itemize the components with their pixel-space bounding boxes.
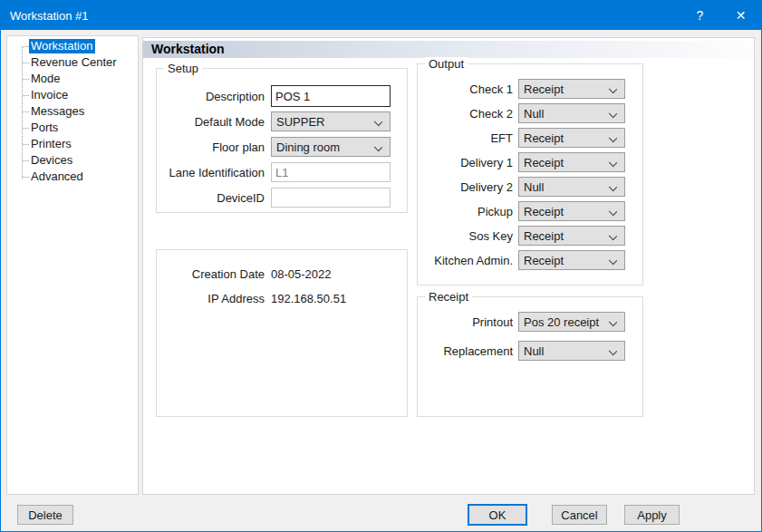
sidebar-item-ports[interactable]: Ports [7, 120, 138, 136]
workstation-dialog: Workstation #1 ? ✕ Workstation Revenue C… [0, 0, 762, 532]
replacement-label: Replacement [418, 344, 513, 358]
delivery-2-value: Null [524, 180, 544, 194]
chevron-down-icon [609, 159, 617, 167]
floor-plan-select[interactable]: Dining room [271, 137, 391, 157]
receipt-row-printout: Printout Pos 20 receipt [418, 312, 642, 332]
setup-row-default-mode: Default Mode SUPPER [157, 111, 407, 132]
setup-row-description: Description [157, 85, 407, 107]
chevron-down-icon [609, 134, 617, 142]
delivery-2-select[interactable]: Null [518, 177, 625, 197]
creation-date-row: Creation Date 08-05-2022 [157, 264, 407, 284]
kitchen-admin-select[interactable]: Receipt [518, 250, 625, 270]
creation-date-value: 08-05-2022 [271, 267, 332, 281]
delivery-1-label: Delivery 1 [418, 156, 513, 169]
output-group: Output Check 1 Receipt Check 2 Null EFT … [417, 63, 643, 285]
kitchen-admin-label: Kitchen Admin. [418, 254, 513, 267]
chevron-down-icon [374, 143, 382, 151]
sidebar-item-invoice[interactable]: Invoice [7, 87, 138, 103]
check-1-select[interactable]: Receipt [518, 79, 625, 99]
receipt-group: Receipt Printout Pos 20 receipt Replacem… [417, 296, 643, 417]
check-1-label: Check 1 [418, 82, 513, 96]
output-row-sos-key: Sos Key Receipt [418, 226, 642, 246]
sidebar-tree: Workstation Revenue Center Mode Invoice … [6, 35, 139, 495]
setup-group-title: Setup [164, 62, 202, 75]
close-icon[interactable]: ✕ [720, 1, 761, 30]
ip-address-label: IP Address [157, 292, 265, 305]
chevron-down-icon [609, 208, 617, 216]
default-mode-select[interactable]: SUPPER [271, 111, 391, 131]
sos-key-value: Receipt [524, 229, 564, 243]
deviceid-label: DeviceID [157, 191, 265, 205]
delivery-2-label: Delivery 2 [418, 180, 513, 194]
check-1-value: Receipt [524, 82, 564, 96]
pickup-value: Receipt [524, 205, 564, 218]
check-2-select[interactable]: Null [518, 103, 625, 123]
pickup-label: Pickup [418, 205, 513, 218]
replacement-value: Null [524, 344, 544, 358]
output-group-title: Output [425, 57, 468, 71]
ip-address-value: 192.168.50.51 [271, 292, 346, 305]
receipt-group-title: Receipt [425, 290, 472, 304]
replacement-select[interactable]: Null [518, 341, 625, 361]
lane-identification-label: Lane Identification [157, 166, 265, 179]
apply-button[interactable]: Apply [624, 505, 680, 525]
sidebar-item-devices[interactable]: Devices [7, 152, 138, 169]
chevron-down-icon [374, 118, 382, 126]
sos-key-select[interactable]: Receipt [518, 226, 625, 246]
sidebar-item-mode[interactable]: Mode [7, 71, 138, 87]
output-row-delivery-2: Delivery 2 Null [418, 177, 642, 197]
delete-button[interactable]: Delete [17, 505, 73, 525]
titlebar-buttons: ? ✕ [680, 1, 761, 30]
check-2-value: Null [524, 107, 544, 121]
ip-address-row: IP Address 192.168.50.51 [157, 288, 407, 308]
check-2-label: Check 2 [418, 107, 513, 121]
page-title: Workstation [143, 41, 754, 58]
receipt-row-replacement: Replacement Null [418, 341, 642, 361]
setup-row-floor-plan: Floor plan Dining room [157, 136, 407, 158]
floor-plan-label: Floor plan [157, 140, 265, 154]
eft-select[interactable]: Receipt [518, 128, 625, 148]
delivery-1-select[interactable]: Receipt [518, 152, 625, 172]
sidebar-item-messages[interactable]: Messages [7, 103, 138, 120]
floor-plan-value: Dining room [276, 140, 340, 154]
chevron-down-icon [609, 232, 617, 240]
printout-label: Printout [418, 315, 513, 329]
chevron-down-icon [609, 183, 617, 191]
sos-key-label: Sos Key [418, 229, 513, 243]
sidebar-item-revenue-center[interactable]: Revenue Center [7, 54, 138, 71]
kitchen-admin-value: Receipt [524, 254, 564, 267]
lane-identification-input[interactable] [271, 162, 391, 182]
ok-button[interactable]: OK [468, 504, 527, 526]
sidebar-item-advanced[interactable]: Advanced [7, 169, 138, 185]
output-row-check-1: Check 1 Receipt [418, 79, 642, 99]
printout-value: Pos 20 receipt [524, 315, 599, 329]
chevron-down-icon [609, 347, 617, 355]
setup-row-deviceid: DeviceID [157, 187, 407, 208]
content-panel: Workstation Setup Description Default Mo… [142, 37, 755, 495]
setup-group: Setup Description Default Mode SUPPER Fl… [156, 68, 408, 213]
deviceid-input[interactable] [271, 188, 391, 208]
chevron-down-icon [609, 85, 617, 93]
sidebar-item-printers[interactable]: Printers [7, 136, 138, 152]
output-row-check-2: Check 2 Null [418, 103, 642, 123]
output-row-eft: EFT Receipt [418, 128, 642, 148]
help-icon[interactable]: ? [680, 1, 720, 30]
creation-date-label: Creation Date [157, 267, 265, 281]
printout-select[interactable]: Pos 20 receipt [518, 312, 625, 332]
window-title: Workstation #1 [1, 9, 88, 23]
default-mode-label: Default Mode [157, 115, 265, 129]
info-box: Creation Date 08-05-2022 IP Address 192.… [156, 249, 408, 417]
delivery-1-value: Receipt [524, 156, 564, 169]
setup-row-lane-identification: Lane Identification [157, 161, 407, 183]
output-row-delivery-1: Delivery 1 Receipt [418, 152, 642, 172]
eft-label: EFT [418, 131, 513, 145]
output-row-kitchen-admin: Kitchen Admin. Receipt [418, 250, 642, 270]
sidebar-item-workstation[interactable]: Workstation [7, 38, 138, 54]
description-input[interactable] [271, 85, 391, 107]
chevron-down-icon [609, 110, 617, 118]
pickup-select[interactable]: Receipt [518, 201, 625, 221]
chevron-down-icon [609, 318, 617, 326]
cancel-button[interactable]: Cancel [552, 505, 607, 525]
output-row-pickup: Pickup Receipt [418, 201, 642, 221]
tree-list: Workstation Revenue Center Mode Invoice … [7, 38, 138, 185]
